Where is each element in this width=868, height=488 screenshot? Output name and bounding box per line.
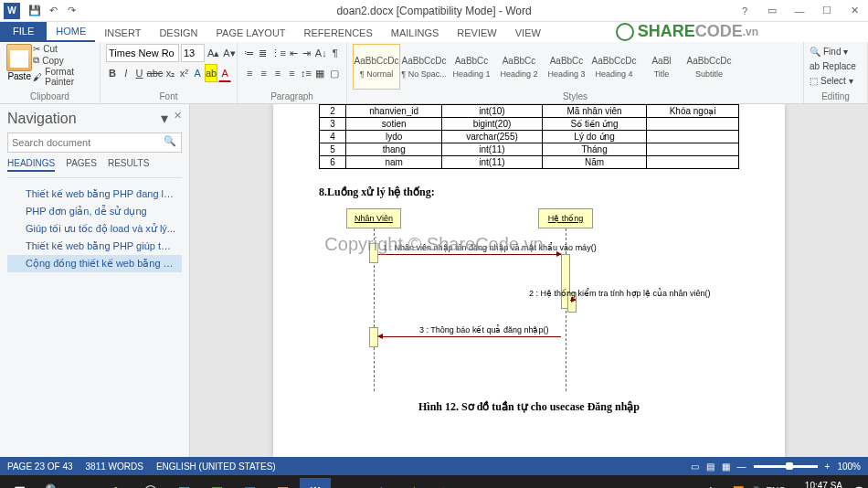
subscript-button[interactable]: x₂ bbox=[164, 64, 176, 82]
style-heading-2[interactable]: AaBbCcHeading 2 bbox=[495, 44, 543, 90]
nav-tab-pages[interactable]: PAGES bbox=[66, 158, 97, 172]
close-icon[interactable]: ✕ bbox=[841, 2, 868, 20]
justify-icon[interactable]: ≡ bbox=[285, 64, 298, 82]
nav-dropdown-icon[interactable]: ▾ bbox=[161, 110, 168, 127]
style-subtitle[interactable]: AaBbCcDcSubtitle bbox=[685, 44, 733, 90]
tab-home[interactable]: HOME bbox=[47, 22, 95, 42]
style-heading-1[interactable]: AaBbCcHeading 1 bbox=[448, 44, 495, 90]
document-area[interactable]: 2nhanvien_idint(10)Mã nhân viênKhóa ngoạ… bbox=[190, 104, 868, 457]
select-icon: ⬚ bbox=[810, 76, 818, 86]
font-color-icon[interactable]: A bbox=[218, 64, 231, 82]
ribbon-options-icon[interactable]: ▭ bbox=[758, 2, 786, 20]
find-button[interactable]: 🔍Find ▾ bbox=[810, 44, 862, 58]
select-button[interactable]: ⬚Select ▾ bbox=[810, 73, 862, 88]
explorer-icon[interactable]: 🗂 bbox=[102, 478, 133, 488]
tab-insert[interactable]: INSERT bbox=[95, 24, 150, 42]
sort-icon[interactable]: A↓ bbox=[314, 44, 328, 62]
font-size-select[interactable] bbox=[181, 44, 205, 62]
zoom-level[interactable]: 100% bbox=[837, 461, 861, 472]
shading-icon[interactable]: ▦ bbox=[313, 64, 326, 82]
format-painter-button[interactable]: 🖌Format Painter bbox=[33, 67, 94, 87]
save-icon[interactable]: 💾 bbox=[27, 4, 42, 18]
align-center-icon[interactable]: ≡ bbox=[257, 64, 270, 82]
search-icon[interactable]: 🔍 bbox=[164, 135, 176, 147]
zoom-out-icon[interactable]: — bbox=[737, 461, 746, 472]
style-title[interactable]: AaBlTitle bbox=[638, 44, 685, 90]
copy-button[interactable]: ⧉Copy bbox=[33, 55, 94, 66]
superscript-button[interactable]: x² bbox=[177, 64, 190, 82]
zoom-slider[interactable] bbox=[754, 465, 818, 468]
tab-view[interactable]: VIEW bbox=[506, 24, 550, 42]
nav-tab-results[interactable]: RESULTS bbox=[108, 158, 149, 172]
tab-review[interactable]: REVIEW bbox=[448, 24, 505, 42]
app-icon-3[interactable]: ▣ bbox=[234, 478, 265, 488]
borders-icon[interactable]: ▢ bbox=[328, 64, 341, 82]
help-icon[interactable]: ? bbox=[731, 2, 758, 20]
start-button[interactable]: ⊞ bbox=[4, 478, 35, 488]
strike-button[interactable]: abc bbox=[146, 64, 163, 82]
multilevel-icon[interactable]: ⋮≡ bbox=[270, 44, 286, 62]
redo-icon[interactable]: ↷ bbox=[64, 4, 79, 18]
nav-heading-item[interactable]: Thiết kế web bằng PHP giúp tùy... bbox=[7, 238, 182, 255]
highlight-icon[interactable]: ab bbox=[205, 64, 217, 82]
cut-button[interactable]: ✂Cut bbox=[33, 44, 94, 54]
bullets-icon[interactable]: ≔ bbox=[243, 44, 255, 62]
status-words[interactable]: 3811 WORDS bbox=[86, 461, 143, 472]
bold-button[interactable]: B bbox=[106, 64, 119, 82]
app-icon-1[interactable]: ▣ bbox=[168, 478, 199, 488]
style-heading-3[interactable]: AaBbCcHeading 3 bbox=[543, 44, 590, 90]
italic-button[interactable]: I bbox=[120, 64, 132, 82]
navigation-title: Navigation bbox=[7, 111, 77, 127]
paste-button[interactable]: Paste bbox=[5, 44, 33, 86]
style--normal[interactable]: AaBbCcDc¶ Normal bbox=[353, 44, 400, 90]
nav-close-icon[interactable]: ✕ bbox=[174, 110, 182, 127]
tab-references[interactable]: REFERENCES bbox=[295, 24, 382, 42]
underline-button[interactable]: U bbox=[133, 64, 146, 82]
shrink-font-icon[interactable]: A▾ bbox=[222, 44, 236, 62]
app-icon-5[interactable]: ● bbox=[333, 478, 364, 488]
align-right-icon[interactable]: ≡ bbox=[271, 64, 284, 82]
nav-heading-item[interactable]: Thiết kế web bằng PHP đang là... bbox=[7, 186, 182, 203]
replace-button[interactable]: abReplace bbox=[810, 58, 862, 73]
task-view-icon[interactable]: ▭ bbox=[69, 478, 101, 488]
undo-icon[interactable]: ↶ bbox=[46, 4, 60, 18]
minimize-icon[interactable]: — bbox=[786, 2, 813, 20]
style-heading-4[interactable]: AaBbCcDcHeading 4 bbox=[590, 44, 638, 90]
status-page[interactable]: PAGE 23 OF 43 bbox=[7, 461, 73, 472]
line-spacing-icon[interactable]: ↕≡ bbox=[300, 64, 312, 82]
decrease-indent-icon[interactable]: ⇤ bbox=[288, 44, 299, 62]
show-marks-icon[interactable]: ¶ bbox=[330, 44, 341, 62]
tab-mailings[interactable]: MAILINGS bbox=[382, 24, 449, 42]
search-taskbar-icon[interactable]: 🔍 bbox=[37, 478, 68, 488]
visual-studio-icon[interactable]: ◆ bbox=[365, 478, 397, 488]
tray-clock[interactable]: 10:47 SA 09/05/2024 bbox=[791, 481, 848, 488]
nav-heading-item[interactable]: PHP đơn giản, dễ sử dụng bbox=[7, 203, 182, 220]
data-table: 2nhanvien_idint(10)Mã nhân viênKhóa ngoạ… bbox=[319, 104, 739, 169]
tab-design[interactable]: DESIGN bbox=[150, 24, 206, 42]
nav-heading-item[interactable]: Giúp tối ưu tốc độ load và xử lý... bbox=[7, 220, 182, 238]
word-taskbar-icon[interactable]: W bbox=[300, 478, 331, 488]
status-language[interactable]: ENGLISH (UNITED STATES) bbox=[156, 461, 276, 472]
numbering-icon[interactable]: ≣ bbox=[257, 44, 268, 62]
chrome-icon[interactable]: ◯ bbox=[135, 478, 166, 488]
nav-tab-headings[interactable]: HEADINGS bbox=[7, 158, 55, 172]
grow-font-icon[interactable]: A▴ bbox=[206, 44, 220, 62]
zoom-in-icon[interactable]: + bbox=[825, 461, 831, 472]
app-icon-4[interactable]: ▣ bbox=[267, 478, 298, 488]
tab-page-layout[interactable]: PAGE LAYOUT bbox=[207, 24, 295, 42]
tab-file[interactable]: FILE bbox=[0, 22, 47, 42]
nav-heading-item[interactable]: Cộng đồng thiết kế web bằng P... bbox=[7, 255, 182, 272]
view-read-icon[interactable]: ▭ bbox=[691, 461, 699, 472]
view-web-icon[interactable]: ▦ bbox=[722, 461, 730, 472]
maximize-icon[interactable]: ☐ bbox=[813, 2, 841, 20]
view-print-icon[interactable]: ▤ bbox=[706, 461, 715, 472]
increase-indent-icon[interactable]: ⇥ bbox=[302, 44, 312, 62]
style--no-spac-[interactable]: AaBbCcDc¶ No Spac... bbox=[400, 44, 448, 90]
align-left-icon[interactable]: ≡ bbox=[243, 64, 256, 82]
app-icon-2[interactable]: ▣ bbox=[201, 478, 232, 488]
app-icon-6[interactable]: ◆ bbox=[398, 478, 429, 488]
text-effects-icon[interactable]: A bbox=[191, 64, 204, 82]
search-input[interactable] bbox=[7, 133, 182, 153]
snipping-icon[interactable]: ✂ bbox=[431, 478, 462, 488]
font-name-select[interactable] bbox=[106, 44, 179, 62]
